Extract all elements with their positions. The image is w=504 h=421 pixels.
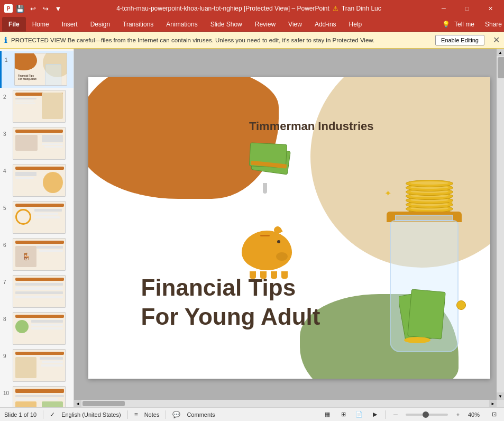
slide-preview-7[interactable]	[13, 275, 66, 308]
menu-insert[interactable]: Insert	[56, 17, 84, 32]
zoom-out-button[interactable]: ─	[390, 409, 401, 420]
zoom-level-label: 40%	[468, 411, 484, 418]
slide-num-10: 10	[3, 390, 11, 396]
slide-preview-9[interactable]	[13, 349, 66, 382]
info-icon: ℹ	[4, 36, 7, 44]
slide-num-9: 9	[3, 353, 11, 359]
menu-bar: File Home Insert Design Transitions Anim…	[0, 17, 504, 32]
slide-main: Timmerman Industries	[88, 77, 490, 379]
title-bar-right: ─ □ ✕	[434, 0, 500, 17]
fit-slide-button[interactable]: ⊡	[488, 409, 500, 420]
view-reading-button[interactable]: 📄	[353, 409, 365, 420]
slide-thumb-4[interactable]: 4	[0, 162, 74, 199]
status-divider-3	[166, 410, 166, 419]
sparkle-icon-2: ✦	[448, 199, 453, 206]
slide-thumb-10[interactable]: 10	[0, 384, 74, 407]
slide-preview-4[interactable]	[13, 164, 66, 197]
slide-preview-8[interactable]	[13, 312, 66, 345]
menu-file[interactable]: File	[2, 17, 26, 32]
menu-slideshow[interactable]: Slide Show	[204, 17, 249, 32]
spell-check-icon: ✓	[50, 411, 55, 418]
company-name: Timmerman Industries	[249, 120, 374, 133]
undo-button[interactable]: ↩	[28, 3, 38, 14]
username-label: Tran Dinh Luc	[342, 5, 381, 12]
slide-title-line1: Financial Tips	[141, 273, 320, 302]
title-bar-left: P 💾 ↩ ↪ ▼	[4, 3, 63, 14]
slide-title: Financial Tips For Young Adult	[141, 273, 320, 331]
slide-preview-6[interactable]: 🪑	[13, 238, 66, 271]
enable-editing-button[interactable]: Enable Editing	[435, 35, 484, 45]
slide-thumb-8[interactable]: 8	[0, 310, 74, 347]
notes-label[interactable]: Notes	[144, 411, 160, 418]
close-protected-bar-button[interactable]: ✕	[493, 35, 500, 45]
powerpoint-icon: P	[4, 4, 13, 13]
close-button[interactable]: ✕	[481, 0, 500, 17]
tell-me-label[interactable]: Tell me	[454, 21, 474, 28]
slide-preview-2[interactable]	[13, 90, 66, 123]
money-bundle-illustration	[247, 141, 295, 194]
slide-num-6: 6	[3, 242, 11, 248]
view-slide-sorter-button[interactable]: ⊞	[337, 409, 349, 420]
zoom-slider[interactable]	[406, 414, 448, 416]
title-bar: P 💾 ↩ ↪ ▼ 4-tcnh-mau-powerpoint-khoa-lua…	[0, 0, 504, 17]
scroll-thumb-horizontal[interactable]	[83, 401, 125, 406]
slide-num-3: 3	[3, 131, 11, 137]
slide-preview-1[interactable]: Financial TipsFor Young Adult	[14, 53, 67, 86]
slide-thumb-9[interactable]: 9	[0, 347, 74, 384]
scroll-left-button[interactable]: ◄	[74, 400, 81, 407]
menu-review[interactable]: Review	[249, 17, 282, 32]
menu-help[interactable]: Help	[343, 17, 369, 32]
notes-icon: ≡	[134, 411, 138, 418]
slide-thumb-3[interactable]: 3	[0, 125, 74, 162]
comments-label[interactable]: Comments	[187, 411, 215, 418]
scroll-up-button[interactable]: ▲	[497, 49, 504, 56]
scroll-thumb-vertical[interactable]	[498, 57, 504, 78]
filename-label: 4-tcnh-mau-powerpoint-khoa-luan-tot-nghi…	[116, 5, 329, 12]
slide-thumb-1[interactable]: 1 Financial TipsFor Young Adult	[0, 51, 74, 88]
scroll-right-button[interactable]: ►	[489, 400, 497, 407]
status-divider-2	[127, 410, 128, 419]
main-area: 1 Financial TipsFor Young Adult 2	[0, 49, 504, 407]
status-bar: Slide 1 of 10 ✓ English (United States) …	[0, 407, 504, 421]
slide-preview-10[interactable]	[13, 386, 66, 407]
scroll-down-button[interactable]: ▼	[497, 392, 504, 400]
tell-me-icon: 💡	[442, 21, 450, 28]
warning-icon: ⚠	[333, 5, 338, 12]
slide-panel: 1 Financial TipsFor Young Adult 2	[0, 49, 74, 407]
slide-num-2: 2	[3, 94, 11, 100]
zoom-in-button[interactable]: +	[452, 409, 464, 420]
slide-thumb-5[interactable]: 5	[0, 199, 74, 236]
menu-transitions[interactable]: Transitions	[116, 17, 160, 32]
slide-thumb-2[interactable]: 2	[0, 88, 74, 125]
redo-button[interactable]: ↪	[40, 3, 51, 14]
canvas-area: Timmerman Industries	[74, 49, 504, 407]
slide-thumb-7[interactable]: 7	[0, 273, 74, 310]
save-button[interactable]: 💾	[15, 3, 25, 14]
share-button[interactable]: Share	[485, 21, 502, 28]
menu-animations[interactable]: Animations	[160, 17, 204, 32]
view-normal-button[interactable]: ▦	[322, 409, 333, 420]
slide-info-label: Slide 1 of 10	[4, 411, 36, 418]
protected-view-bar: ℹ PROTECTED VIEW Be careful—files from t…	[0, 32, 504, 49]
menu-home[interactable]: Home	[26, 17, 56, 32]
status-divider-4	[385, 410, 386, 419]
coin-jar-illustration: ✦ ✦	[379, 183, 469, 352]
menu-view[interactable]: View	[282, 17, 308, 32]
slide-thumb-6[interactable]: 6 🪑	[0, 236, 74, 273]
slide-num-8: 8	[3, 316, 11, 322]
menu-design[interactable]: Design	[84, 17, 116, 32]
customize-qat-button[interactable]: ▼	[53, 3, 63, 14]
view-slideshow-button[interactable]: ▶	[369, 409, 381, 420]
title-bar-center: 4-tcnh-mau-powerpoint-khoa-luan-tot-nghi…	[67, 5, 431, 12]
status-divider-1	[43, 410, 43, 419]
maximize-button[interactable]: □	[457, 0, 476, 17]
menu-addins[interactable]: Add-ins	[308, 17, 343, 32]
protected-message: PROTECTED VIEW Be careful—files from the…	[11, 37, 431, 43]
horizontal-scrollbar[interactable]: ◄ ►	[74, 400, 497, 407]
zoom-thumb[interactable]	[423, 411, 429, 418]
slide-title-line2: For Young Adult	[141, 302, 320, 331]
slide-preview-3[interactable]	[13, 127, 66, 160]
slide-preview-5[interactable]	[13, 201, 66, 234]
vertical-scrollbar[interactable]: ▲ ▼	[497, 49, 504, 400]
minimize-button[interactable]: ─	[434, 0, 453, 17]
